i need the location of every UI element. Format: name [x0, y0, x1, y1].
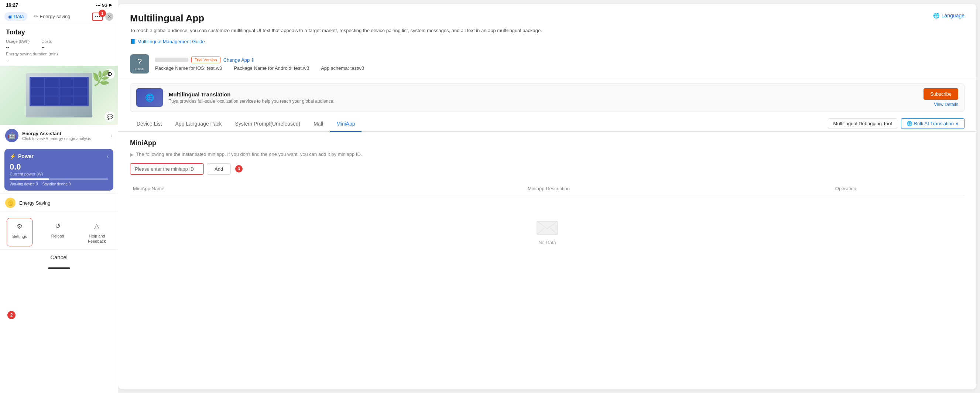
- banner-text: Multilingual Translation Tuya provides f…: [169, 91, 918, 104]
- assistant-subtitle: Click to view AI energy usage analysis: [22, 136, 107, 141]
- power-chevron[interactable]: ›: [107, 153, 108, 159]
- change-app-button[interactable]: Change App ⇕: [223, 57, 255, 63]
- app-meta: Package Name for iOS: test.w3 Package Na…: [155, 65, 364, 71]
- translation-banner: 🌐 Multilingual Translation Tuya provides…: [130, 83, 964, 112]
- view-details-button[interactable]: View Details: [934, 102, 958, 107]
- badge-1: 1: [99, 10, 106, 17]
- working-stat: Working device 0: [10, 182, 38, 186]
- app-info-bar: ? LOGO Trial Version Change App ⇕ Packag…: [118, 49, 976, 79]
- translation-icon: 🌐: [145, 93, 154, 102]
- globe-icon: 🌐: [933, 13, 939, 19]
- page-title: Multilingual App: [130, 13, 964, 24]
- tab-energy-label: Energy-saving: [40, 14, 70, 19]
- language-button[interactable]: 🌐 Language: [933, 13, 964, 19]
- cell: [31, 88, 45, 96]
- assistant-text: Energy Assistant Click to view AI energy…: [22, 131, 107, 141]
- coin-icon: 🪙: [5, 197, 16, 208]
- energy-assistant[interactable]: 🤖 Energy Assistant Click to view AI ener…: [0, 125, 118, 146]
- energy-saving-row: 🪙 Energy Saving: [0, 194, 118, 212]
- help-icon: △: [91, 220, 103, 232]
- chevron-down-icon: ∨: [955, 121, 959, 126]
- cell: [73, 88, 87, 96]
- app-name-placeholder: [155, 57, 188, 62]
- book-icon: 📘: [130, 39, 136, 45]
- tab-app-language-pack[interactable]: App Language Pack: [169, 116, 228, 132]
- solar-panel: [26, 73, 92, 118]
- power-title: ⚡ Power: [10, 153, 33, 159]
- tab-mall[interactable]: Mall: [307, 116, 330, 132]
- close-button[interactable]: ✕: [105, 13, 113, 21]
- costs-value: --: [41, 45, 45, 50]
- duration-stat: Energy saving duration (min) --: [6, 52, 112, 63]
- cancel-button[interactable]: Cancel: [5, 254, 113, 260]
- subscribe-button[interactable]: Subscribe: [923, 88, 958, 100]
- bottom-actions: ⚙ Settings ↺ Reload △ Help and Feedback: [0, 212, 118, 249]
- panel-body: [26, 73, 92, 118]
- signal-icon: ▪▪▪: [96, 3, 101, 7]
- cell: [59, 78, 73, 87]
- help-feedback-action[interactable]: △ Help and Feedback: [83, 218, 111, 247]
- reload-label: Reload: [51, 234, 64, 239]
- tabs-bar: Device List App Language Pack System Pro…: [118, 116, 976, 132]
- power-value: 0.0: [10, 162, 108, 172]
- guide-link[interactable]: 📘 Multilingual Management Guide: [130, 39, 205, 45]
- settings-icon: ⚙: [14, 221, 25, 232]
- power-stats: Working device 0 Standby device 0: [10, 182, 108, 186]
- network-type: 5G: [102, 3, 107, 7]
- app-logo: ? LOGO: [130, 54, 149, 73]
- badge-3: 3: [235, 165, 243, 172]
- status-bar: 16:27 ▪▪▪ 5G ▶: [0, 0, 118, 10]
- trial-badge: Trial Version: [191, 57, 220, 63]
- data-icon: ◉: [8, 14, 12, 19]
- globe-small-icon: 🌐: [907, 121, 912, 126]
- section-description: ▶ The following are the instantiated min…: [130, 151, 964, 158]
- reload-action[interactable]: ↺ Reload: [46, 218, 69, 247]
- costs-stat: Costs --: [41, 39, 52, 50]
- cell: [73, 78, 87, 87]
- settings-action[interactable]: ⚙ Settings: [6, 218, 32, 247]
- miniapp-id-row: Add 3: [130, 163, 964, 175]
- tab-data-label: Data: [14, 14, 24, 19]
- dot1: [95, 16, 96, 17]
- cell: [45, 88, 59, 96]
- duration-label: Energy saving duration (min): [6, 52, 112, 56]
- miniapp-id-input[interactable]: [130, 163, 204, 175]
- pencil-icon: ✏: [34, 14, 38, 19]
- tab-system-prompt[interactable]: System Prompt(Unreleased): [229, 116, 307, 132]
- cell: [73, 96, 87, 105]
- assistant-title: Energy Assistant: [22, 131, 107, 136]
- usage-label: Usage (kWh): [6, 39, 30, 44]
- tabs-right-actions: Multilingual Debugging Tool 🌐 Bulk AI Tr…: [828, 118, 964, 129]
- power-header: ⚡ Power ›: [10, 153, 108, 159]
- col-desc: Miniapp Description: [371, 186, 727, 191]
- settings-label: Settings: [12, 234, 27, 239]
- cell: [45, 78, 59, 87]
- phone-panel: 16:27 ▪▪▪ 5G ▶ ◉ Data ✏ Energy-saving: [0, 0, 118, 393]
- miniapp-section: MiniApp ▶ The following are the instanti…: [118, 132, 976, 390]
- panel-cells: [30, 77, 89, 107]
- schema-label: App schema: testw3: [321, 65, 364, 71]
- debug-tool-button[interactable]: Multilingual Debugging Tool: [828, 118, 898, 129]
- add-miniapp-button[interactable]: Add: [207, 163, 231, 175]
- app-details: Trial Version Change App ⇕ Package Name …: [155, 57, 364, 71]
- chat-icon[interactable]: 💬: [105, 111, 115, 122]
- tab-data[interactable]: ◉ Data: [5, 12, 27, 21]
- tab-device-list[interactable]: Device List: [130, 116, 169, 132]
- today-section: Today Usage (kWh) -- Costs -- Energy sav…: [0, 23, 118, 66]
- banner-title: Multilingual Translation: [169, 91, 918, 97]
- page-description: To reach a global audience, you can cust…: [130, 27, 964, 34]
- banner-actions: Subscribe View Details: [923, 88, 958, 107]
- costs-label: Costs: [41, 39, 52, 44]
- stats-row: Usage (kWh) -- Costs --: [6, 39, 112, 50]
- dropdown-icon: ⇕: [251, 57, 255, 63]
- power-bar-fill: [10, 178, 49, 180]
- tab-miniapp[interactable]: MiniApp: [330, 116, 362, 132]
- bulk-ai-button[interactable]: 🌐 Bulk AI Translation ∨: [901, 118, 964, 129]
- status-icons: ▪▪▪ 5G ▶: [96, 3, 112, 7]
- tree-decoration: 🌿: [92, 70, 110, 87]
- usage-value: --: [6, 45, 9, 50]
- table-header: MiniApp Name Miniapp Description Operati…: [130, 182, 964, 196]
- tab-energy[interactable]: ✏ Energy-saving: [30, 12, 74, 21]
- col-operation: Operation: [727, 186, 964, 191]
- duration-value: --: [6, 57, 9, 62]
